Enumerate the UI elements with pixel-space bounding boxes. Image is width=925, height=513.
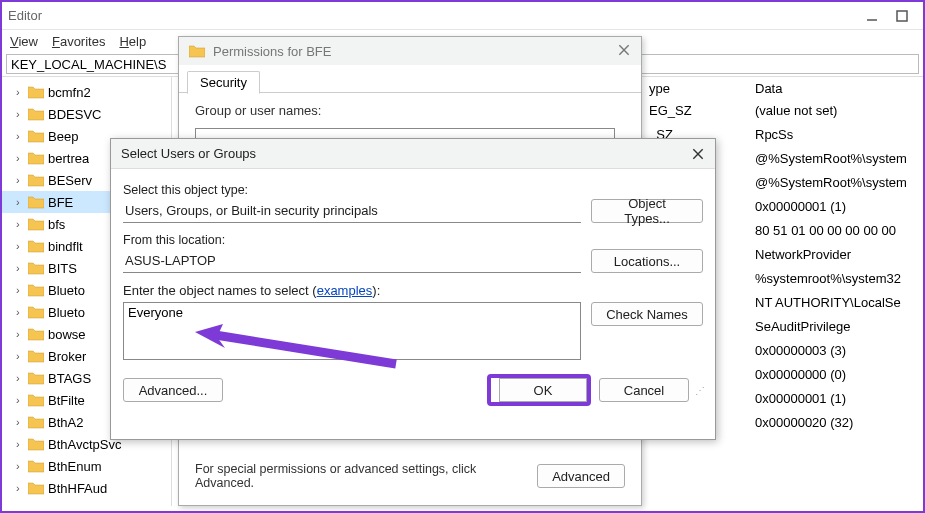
expand-icon[interactable]: › [16,174,28,186]
expand-icon[interactable]: › [16,218,28,230]
tree-item-label: Blueto [48,283,85,298]
folder-icon [28,129,44,143]
expand-icon[interactable]: › [16,240,28,252]
expand-icon[interactable]: › [16,152,28,164]
object-type-label: Select this object type: [123,183,703,197]
expand-icon[interactable]: › [16,284,28,296]
tree-item-label: BITS [48,261,77,276]
col-data-header[interactable]: Data [755,81,915,103]
expand-icon[interactable]: › [16,394,28,406]
menu-favorites[interactable]: Favorites [52,34,105,49]
ok-highlight: OK [487,374,591,406]
tree-item-label: BthEnum [48,459,101,474]
folder-icon [28,437,44,451]
tree-item-label: Broker [48,349,86,364]
folder-icon [28,151,44,165]
select-users-dialog: Select Users or Groups Select this objec… [110,138,716,440]
data-cell[interactable]: @%SystemRoot%\system [755,175,915,199]
tree-item-label: BFE [48,195,73,210]
examples-link[interactable]: examples [317,283,373,298]
data-cell[interactable]: 0x00000001 (1) [755,199,915,223]
folder-icon [28,371,44,385]
window-title: Editor [8,8,42,23]
folder-icon [28,305,44,319]
expand-icon[interactable]: › [16,328,28,340]
folder-icon [28,393,44,407]
advanced-hint: For special permissions or advanced sett… [195,462,537,490]
tab-security[interactable]: Security [187,71,260,94]
expand-icon[interactable]: › [16,130,28,142]
ok-button[interactable]: OK [499,378,587,402]
data-cell[interactable]: 0x00000000 (0) [755,367,915,391]
folder-icon [28,239,44,253]
menu-view[interactable]: View [10,34,38,49]
svg-rect-0 [897,11,907,21]
maximize-button[interactable] [887,7,917,25]
expand-icon[interactable]: › [16,108,28,120]
data-cell[interactable]: 0x00000020 (32) [755,415,915,439]
tree-item-label: BTAGS [48,371,91,386]
tree-item-label: bowse [48,327,86,342]
data-cell[interactable]: RpcSs [755,127,915,151]
expand-icon[interactable]: › [16,372,28,384]
folder-icon [28,195,44,209]
titlebar: Editor [2,2,923,30]
folder-icon [28,173,44,187]
folder-icon [189,44,205,58]
advanced-button[interactable]: Advanced... [123,378,223,402]
expand-icon[interactable]: › [16,306,28,318]
cancel-button[interactable]: Cancel [599,378,689,402]
folder-icon [28,327,44,341]
permissions-titlebar[interactable]: Permissions for BFE [179,37,641,65]
data-cell[interactable]: 0x00000001 (1) [755,391,915,415]
expand-icon[interactable]: › [16,482,28,494]
expand-icon[interactable]: › [16,262,28,274]
type-cell[interactable]: EG_SZ [649,103,739,127]
data-cell[interactable]: NT AUTHORITY\LocalSe [755,295,915,319]
col-type-header[interactable]: ype [649,81,739,103]
folder-icon [28,107,44,121]
folder-icon [28,481,44,495]
tree-item-bcmfn2[interactable]: ›bcmfn2 [2,81,171,103]
minimize-button[interactable] [857,7,887,25]
data-cell[interactable]: %systemroot%\system32 [755,271,915,295]
select-users-title: Select Users or Groups [121,146,256,161]
group-names-label: Group or user names: [195,103,625,118]
object-types-button[interactable]: Object Types... [591,199,703,223]
tree-item-label: BthHFAud [48,481,107,496]
data-cell[interactable]: NetworkProvider [755,247,915,271]
expand-icon[interactable]: › [16,416,28,428]
expand-icon[interactable]: › [16,350,28,362]
locations-button[interactable]: Locations... [591,249,703,273]
data-cell[interactable]: 80 51 01 00 00 00 00 00 [755,223,915,247]
expand-icon[interactable]: › [16,196,28,208]
expand-icon[interactable]: › [16,460,28,472]
data-cell[interactable]: (value not set) [755,103,915,127]
tree-item-label: bindflt [48,239,83,254]
folder-icon [28,415,44,429]
object-names-input[interactable] [123,302,581,360]
object-names-label: Enter the object names to select (exampl… [123,283,703,298]
location-field: ASUS-LAPTOP [123,249,581,273]
expand-icon[interactable]: › [16,438,28,450]
data-cell[interactable]: @%SystemRoot%\system [755,151,915,175]
tree-item-bdesvc[interactable]: ›BDESVC [2,103,171,125]
tree-item-bthenum[interactable]: ›BthEnum [2,455,171,477]
expand-icon[interactable]: › [16,86,28,98]
advanced-button[interactable]: Advanced [537,464,625,488]
data-cell[interactable]: SeAuditPrivilege [755,319,915,343]
folder-icon [28,349,44,363]
resize-grip[interactable]: ⋰ [695,385,703,396]
tree-item-label: BthA2 [48,415,83,430]
tree-item-label: BEServ [48,173,92,188]
menu-help[interactable]: Help [119,34,146,49]
select-users-titlebar[interactable]: Select Users or Groups [111,139,715,169]
tree-item-bthhfaud[interactable]: ›BthHFAud [2,477,171,499]
tree-item-label: bfs [48,217,65,232]
tree-item-label: Beep [48,129,78,144]
folder-icon [28,217,44,231]
check-names-button[interactable]: Check Names [591,302,703,326]
data-cell[interactable]: 0x00000003 (3) [755,343,915,367]
close-icon[interactable] [617,43,631,60]
close-icon[interactable] [691,147,705,161]
